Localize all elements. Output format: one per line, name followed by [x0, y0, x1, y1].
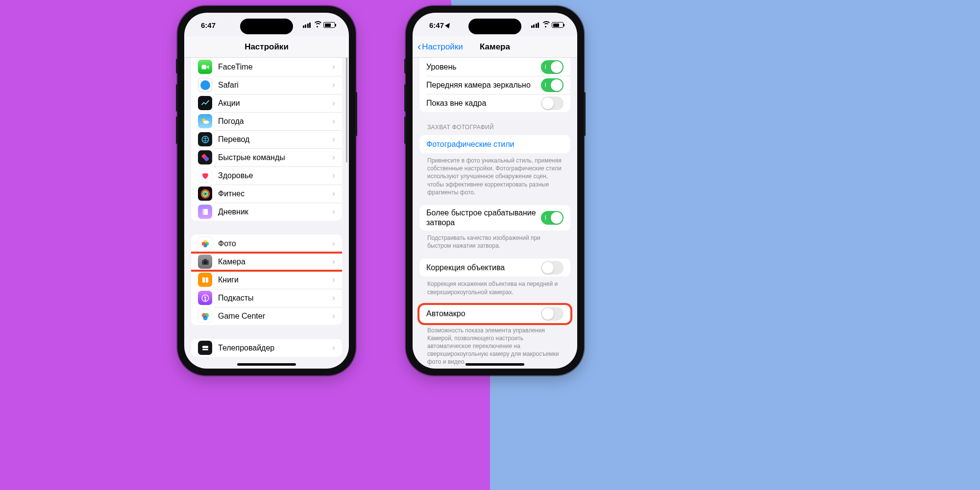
- settings-row-shortcuts[interactable]: Быстрые команды›: [191, 148, 342, 166]
- toggle-auto-macro[interactable]: [541, 307, 564, 321]
- settings-row-facetime[interactable]: FaceTime›: [191, 58, 342, 76]
- row-label: Более быстрое срабатывание затвора: [426, 208, 541, 228]
- svg-point-1: [200, 80, 210, 90]
- toggle-level[interactable]: |: [541, 60, 564, 74]
- group-auto-macro: Автомакро: [419, 305, 570, 323]
- settings-row-gamecenter[interactable]: Game Center›: [191, 307, 342, 325]
- row-photo-styles[interactable]: Фотографические стили: [419, 135, 570, 153]
- settings-row-health[interactable]: Здоровье›: [191, 166, 342, 185]
- photos-icon: [198, 236, 212, 251]
- footer-lens: Коррекция искажения объектива на передне…: [427, 280, 563, 296]
- settings-row-photos[interactable]: Фото›: [191, 234, 342, 253]
- chevron-right-icon: ›: [332, 80, 335, 90]
- svg-point-9: [204, 192, 207, 195]
- row-label: Телепровайдер: [218, 343, 332, 353]
- camera-icon: [198, 255, 212, 269]
- svg-point-17: [204, 261, 207, 264]
- settings-row-weather[interactable]: Погода›: [191, 112, 342, 130]
- chevron-right-icon: ›: [332, 188, 335, 199]
- chevron-left-icon: ‹: [417, 42, 421, 52]
- settings-row-journal[interactable]: Дневник›: [191, 203, 342, 221]
- status-icons: [303, 22, 336, 28]
- settings-row-safari[interactable]: Safari›: [191, 76, 342, 94]
- svg-rect-18: [204, 259, 207, 260]
- wifi-icon: [541, 22, 549, 28]
- stocks-icon: [198, 96, 212, 110]
- chevron-right-icon: ›: [332, 275, 335, 285]
- group-photo-styles: Фотографические стили: [419, 135, 570, 153]
- settings-row-camera[interactable]: Камера›: [191, 253, 342, 271]
- row-label: Фитнес: [218, 189, 332, 199]
- settings-row-stocks[interactable]: Акции›: [191, 94, 342, 112]
- settings-row-tvprovider[interactable]: Телепровайдер›: [191, 339, 342, 357]
- row-label: Уровень: [426, 62, 541, 72]
- row-label: Перевод: [218, 135, 332, 144]
- settings-list[interactable]: FaceTime›Safari›Акции›Погода›Перевод›Быс…: [184, 58, 349, 369]
- chevron-right-icon: ›: [332, 62, 335, 72]
- chevron-right-icon: ›: [332, 170, 335, 181]
- phone-left: 6:47 Настройки FaceTime›Safari›Акции›Пог…: [177, 6, 356, 375]
- row-level[interactable]: Уровень|: [419, 58, 570, 76]
- podcasts-icon: [198, 291, 212, 305]
- svg-point-3: [203, 120, 209, 124]
- svg-rect-24: [202, 346, 208, 348]
- home-indicator[interactable]: [237, 363, 296, 366]
- facetime-icon: [198, 60, 212, 74]
- settings-group-apps-2: Фото›Камера›Книги›Подкасты›Game Center›: [191, 234, 342, 325]
- row-faster-shutter[interactable]: Более быстрое срабатывание затвора |: [419, 205, 570, 231]
- row-label: Книги: [218, 275, 332, 285]
- row-lens-correction[interactable]: Коррекция объектива: [419, 258, 570, 277]
- settings-row-podcasts[interactable]: Подкасты›: [191, 289, 342, 307]
- settings-row-translate[interactable]: Перевод›: [191, 130, 342, 148]
- section-header-capture: ЗАХВАТ ФОТОГРАФИЙ: [427, 124, 563, 131]
- row-label: Акции: [218, 98, 332, 108]
- screen-right: 6:47 ‹Настройки Камера Уровень|Передняя …: [413, 13, 577, 369]
- row-label: Game Center: [218, 311, 332, 321]
- row-label: Автомакро: [426, 309, 541, 319]
- group-lens-correction: Коррекция объектива: [419, 258, 570, 277]
- svg-point-20: [204, 296, 206, 298]
- row-label: Коррекция объектива: [426, 263, 541, 273]
- toggle-lens-correction[interactable]: [541, 261, 564, 275]
- row-label: Показ вне кадра: [426, 98, 541, 108]
- chevron-right-icon: ›: [332, 257, 335, 267]
- shortcuts-icon: [198, 150, 212, 164]
- row-label: Здоровье: [218, 171, 332, 181]
- navbar: Настройки: [184, 36, 349, 58]
- status-time: 6:47: [201, 21, 216, 29]
- group-shutter: Более быстрое срабатывание затвора |: [419, 205, 570, 231]
- settings-row-fitness[interactable]: Фитнес›: [191, 185, 342, 203]
- toggle-faster-shutter[interactable]: |: [541, 211, 564, 225]
- settings-group-apps-1: FaceTime›Safari›Акции›Погода›Перевод›Быс…: [191, 58, 342, 221]
- row-mirror[interactable]: Передняя камера зеркально|: [419, 76, 570, 94]
- svg-point-15: [201, 242, 205, 245]
- navbar: ‹Настройки Камера: [413, 36, 577, 58]
- home-indicator[interactable]: [466, 363, 524, 366]
- back-button[interactable]: ‹Настройки: [417, 42, 463, 52]
- row-label: Камера: [218, 257, 332, 267]
- toggle-outframe[interactable]: [541, 96, 564, 110]
- row-label: Быстрые команды: [218, 153, 332, 163]
- books-icon: [198, 273, 212, 287]
- cellular-icon: [531, 23, 539, 28]
- split-background: 6:47 Настройки FaceTime›Safari›Акции›Пог…: [0, 0, 980, 490]
- battery-icon: [323, 22, 335, 28]
- dynamic-island: [240, 19, 293, 34]
- row-outframe[interactable]: Показ вне кадра: [419, 94, 570, 112]
- svg-rect-25: [202, 349, 208, 350]
- scrollbar[interactable]: [346, 58, 347, 163]
- journal-icon: [198, 205, 212, 219]
- footer-photo-styles: Привнесите в фото уникальный стиль, прим…: [427, 157, 563, 196]
- chevron-right-icon: ›: [332, 152, 335, 163]
- row-label: Фото: [218, 239, 332, 249]
- status-time: 6:47: [429, 21, 444, 29]
- row-auto-macro[interactable]: Автомакро: [419, 305, 570, 323]
- row-label: FaceTime: [218, 62, 332, 72]
- camera-settings[interactable]: Уровень|Передняя камера зеркально|Показ …: [413, 58, 577, 369]
- toggle-mirror[interactable]: |: [541, 78, 564, 92]
- row-label: Передняя камера зеркально: [426, 80, 541, 90]
- chevron-right-icon: ›: [332, 134, 335, 144]
- cellular-icon: [303, 23, 311, 28]
- settings-row-books[interactable]: Книги›: [191, 271, 342, 289]
- row-label: Погода: [218, 117, 332, 126]
